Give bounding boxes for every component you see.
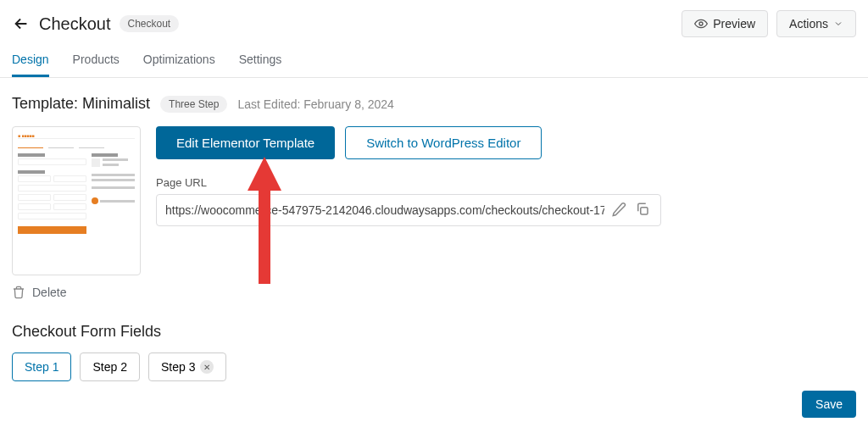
actions-label: Actions [789,17,828,31]
preview-button[interactable]: Preview [682,10,768,37]
tab-design[interactable]: Design [12,44,49,77]
svg-rect-1 [641,208,648,214]
delete-label: Delete [32,286,66,299]
trash-icon [12,286,25,299]
template-thumbnail[interactable]: ■ ■■■■■ [12,126,141,275]
step-3-label: Step 3 [161,360,195,374]
switch-wordpress-button[interactable]: Switch to WordPress Editor [345,126,542,159]
close-icon[interactable]: ✕ [200,360,214,374]
eye-icon [694,17,708,31]
delete-button[interactable]: Delete [12,286,141,299]
page-url-label: Page URL [156,176,856,189]
step-2-button[interactable]: Step 2 [80,353,139,381]
preview-label: Preview [713,17,755,31]
three-step-chip: Three Step [160,96,227,113]
checkout-chip: Checkout [120,15,180,32]
edit-url-icon[interactable] [611,202,628,219]
back-arrow-icon[interactable] [12,14,31,33]
svg-point-0 [699,22,703,25]
page-url-input[interactable] [165,203,604,217]
edit-elementor-button[interactable]: Edit Elementor Template [156,126,335,159]
chevron-down-icon [833,19,843,29]
template-title: Template: Minimalist [12,95,150,113]
copy-url-icon[interactable] [635,202,652,219]
tab-optimizations[interactable]: Optimizations [143,44,215,77]
actions-button[interactable]: Actions [776,10,856,37]
step-1-button[interactable]: Step 1 [12,353,71,381]
tab-settings[interactable]: Settings [239,44,282,77]
step-3-button[interactable]: Step 3 ✕ [148,353,226,381]
last-edited: Last Edited: February 8, 2024 [237,97,393,111]
form-fields-title: Checkout Form Fields [12,323,856,341]
save-button[interactable]: Save [802,391,856,418]
page-title: Checkout [39,14,111,34]
tab-products[interactable]: Products [73,44,120,77]
